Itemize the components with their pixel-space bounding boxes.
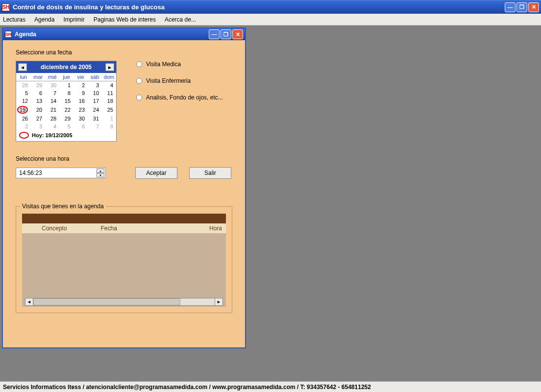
cal-day[interactable]: 2 — [16, 122, 31, 130]
time-spinner[interactable]: ▲ ▼ — [97, 169, 104, 177]
cal-day[interactable]: 4 — [102, 81, 116, 90]
menu-acerca[interactable]: Acerca de... — [165, 16, 196, 23]
minimize-button[interactable]: — — [505, 2, 516, 12]
scroll-right-icon[interactable]: ► — [215, 298, 222, 305]
scroll-track[interactable] — [180, 298, 215, 305]
cal-day[interactable]: 29 — [59, 115, 74, 122]
calendar-header: ◄ diciembre de 2005 ► — [16, 61, 116, 73]
cal-day[interactable]: 6 — [74, 122, 88, 130]
today-ring-icon — [19, 132, 29, 139]
select-time-label: Seleccione una hora — [16, 155, 232, 162]
cal-day[interactable]: 3 — [88, 81, 102, 90]
cal-day[interactable]: 26 — [16, 115, 31, 122]
agenda-minimize-button[interactable]: — — [209, 29, 220, 39]
cal-day[interactable]: 10 — [88, 89, 102, 97]
cal-day[interactable]: 21 — [45, 105, 59, 115]
calendar-prev-button[interactable]: ◄ — [18, 63, 27, 71]
cal-day[interactable]: 14 — [45, 97, 59, 105]
visit-type-group: Visita Medica Visita Enfermeria Analisis… — [136, 61, 223, 142]
calendar-month-title: diciembre de 2005 — [41, 64, 92, 71]
cal-day[interactable]: 28 — [45, 115, 59, 122]
close-button[interactable]: ✕ — [528, 2, 539, 12]
agenda-window: SH Agenda — ❐ ✕ Seleccione una fecha ◄ d… — [2, 27, 246, 348]
cal-day[interactable]: 22 — [59, 105, 74, 115]
day-header-vie: vie — [74, 73, 88, 81]
cal-day[interactable]: 30 — [45, 81, 59, 90]
visits-list[interactable]: Concepto Fecha Hora ◄ ► — [22, 214, 226, 307]
cal-day[interactable]: 18 — [102, 97, 116, 105]
cal-day[interactable]: 9 — [74, 89, 88, 97]
cal-day[interactable]: 28 — [16, 81, 31, 90]
radio-visita-medica-input[interactable] — [136, 61, 142, 67]
cal-day[interactable]: 4 — [45, 122, 59, 130]
agenda-close-button[interactable]: ✕ — [232, 29, 243, 39]
menu-lecturas[interactable]: Lecturas — [3, 16, 25, 23]
col-hora[interactable]: Hora — [171, 225, 226, 232]
cal-day[interactable]: 6 — [31, 89, 45, 97]
maximize-button[interactable]: ❐ — [516, 2, 527, 12]
cal-day[interactable]: 24 — [88, 105, 102, 115]
cal-day[interactable]: 17 — [88, 97, 102, 105]
cal-day[interactable]: 8 — [59, 89, 74, 97]
agenda-icon: SH — [5, 31, 12, 38]
menu-agenda[interactable]: Agenda — [34, 16, 54, 23]
cal-day[interactable]: 8 — [102, 122, 116, 130]
cal-day[interactable]: 7 — [88, 122, 102, 130]
calendar-next-button[interactable]: ► — [105, 63, 114, 71]
cal-day[interactable]: 7 — [45, 89, 59, 97]
radio-analisis[interactable]: Analisis, Fondo de ojos, etc... — [136, 94, 223, 101]
spinner-down-icon[interactable]: ▼ — [97, 173, 104, 177]
scroll-thumb[interactable] — [33, 298, 180, 305]
cal-day[interactable]: 12 — [16, 97, 31, 105]
agenda-titlebar: SH Agenda — ❐ ✕ — [3, 28, 245, 40]
cal-day[interactable]: 5 — [59, 122, 74, 130]
scroll-left-icon[interactable]: ◄ — [25, 298, 33, 305]
visits-list-hscroll[interactable]: ◄ ► — [25, 298, 223, 306]
cal-day[interactable]: 29 — [31, 81, 45, 90]
statusbar: Servicios Informaticos Itess / atenciona… — [0, 381, 541, 392]
menu-paginas[interactable]: Paginas Web de interes — [94, 16, 156, 23]
cal-day[interactable]: 5 — [16, 89, 31, 97]
exit-button[interactable]: Salir — [189, 167, 231, 179]
radio-visita-medica[interactable]: Visita Medica — [136, 61, 223, 68]
app-icon: SH — [2, 3, 10, 11]
cal-day[interactable]: 23 — [74, 105, 88, 115]
cal-day[interactable]: 27 — [31, 115, 45, 122]
cal-day[interactable]: 25 — [102, 105, 116, 115]
col-fecha[interactable]: Fecha — [97, 225, 171, 232]
col-concepto[interactable]: Concepto — [22, 225, 97, 232]
select-date-label: Seleccione una fecha — [16, 49, 232, 56]
calendar[interactable]: ◄ diciembre de 2005 ► lun mar mié jue vi… — [16, 61, 117, 142]
day-header-sab: sáb — [88, 73, 102, 81]
calendar-footer[interactable]: Hoy: 19/12/2005 — [16, 130, 116, 141]
spinner-up-icon[interactable]: ▲ — [97, 169, 104, 173]
day-header-dom: dom — [102, 73, 116, 81]
radio-analisis-input[interactable] — [136, 95, 142, 100]
cal-day[interactable]: 15 — [59, 97, 74, 105]
cal-day[interactable]: 11 — [102, 89, 116, 97]
time-input[interactable]: 14:56:23 ▲ ▼ — [16, 168, 106, 178]
menu-imprimir[interactable]: Imprimir — [63, 16, 84, 23]
cal-day-today[interactable]: 19 — [16, 105, 31, 115]
calendar-grid: lun mar mié jue vie sáb dom 28 29 — [16, 73, 116, 130]
cal-day[interactable]: 1 — [102, 115, 116, 122]
cal-day[interactable]: 2 — [74, 81, 88, 90]
day-header-mar: mar — [31, 73, 45, 81]
radio-visita-enfermeria-input[interactable] — [136, 78, 142, 84]
cal-day[interactable]: 1 — [59, 81, 74, 90]
agenda-maximize-button[interactable]: ❐ — [221, 29, 231, 39]
time-value: 14:56:23 — [19, 170, 42, 176]
cal-day[interactable]: 16 — [74, 97, 88, 105]
client-area: SH Agenda — ❐ ✕ Seleccione una fecha ◄ d… — [0, 25, 541, 381]
day-header-lun: lun — [16, 73, 31, 81]
radio-visita-enfermeria-label: Visita Enfermeria — [146, 77, 191, 84]
cal-day[interactable]: 13 — [31, 97, 45, 105]
cal-day[interactable]: 31 — [88, 115, 102, 122]
accept-button[interactable]: Aceptar — [135, 167, 177, 179]
visits-groupbox: Visitas que tienes en la agenda Concepto… — [16, 206, 232, 313]
cal-day[interactable]: 3 — [31, 122, 45, 130]
main-titlebar: SH Control de dosis de insulina y lectur… — [0, 0, 541, 14]
cal-day[interactable]: 30 — [74, 115, 88, 122]
radio-visita-enfermeria[interactable]: Visita Enfermeria — [136, 77, 223, 84]
cal-day[interactable]: 20 — [31, 105, 45, 115]
